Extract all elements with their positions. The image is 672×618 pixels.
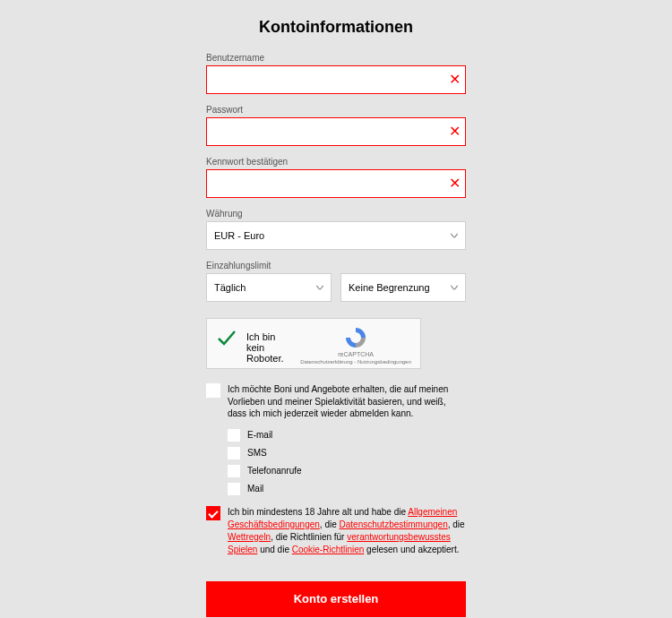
chevron-down-icon xyxy=(451,286,458,290)
confirm-password-input[interactable] xyxy=(206,169,466,198)
bonus-optin-label: Ich möchte Boni und Angebote erhalten, d… xyxy=(228,383,466,420)
mail-label: Mail xyxy=(247,484,263,494)
recaptcha-widget[interactable]: Ich bin kein Roboter. reCAPTCHA Datensch… xyxy=(206,318,421,369)
deposit-period-select[interactable]: Täglich xyxy=(206,273,332,302)
username-input[interactable] xyxy=(206,65,466,94)
confirm-password-label: Kennwort bestätigen xyxy=(206,157,466,167)
recaptcha-label: Ich bin kein Roboter. xyxy=(246,326,291,364)
currency-label: Währung xyxy=(206,209,466,219)
deposit-limit-select[interactable]: Keine Begrenzung xyxy=(340,273,466,302)
email-checkbox[interactable] xyxy=(228,429,240,442)
sms-label: SMS xyxy=(247,448,267,458)
checkmark-icon xyxy=(216,328,237,349)
cookie-policy-link[interactable]: Cookie-Richtlinien xyxy=(292,545,365,554)
page-title: Kontoinformationen xyxy=(206,18,466,37)
email-label: E-mail xyxy=(247,430,272,440)
password-label: Passwort xyxy=(206,105,466,115)
deposit-period-value: Täglich xyxy=(214,282,246,293)
password-input[interactable] xyxy=(206,117,466,146)
clear-icon[interactable]: ✕ xyxy=(449,124,461,139)
currency-select[interactable]: EUR - Euro xyxy=(206,221,466,250)
mail-checkbox[interactable] xyxy=(228,483,240,495)
chevron-down-icon xyxy=(451,234,458,238)
phone-checkbox[interactable] xyxy=(228,465,240,477)
bonus-optin-checkbox[interactable] xyxy=(206,383,220,398)
privacy-link[interactable]: Datenschutzbestimmungen xyxy=(340,519,448,529)
currency-value: EUR - Euro xyxy=(214,230,264,241)
phone-label: Telefonanrufe xyxy=(247,466,302,476)
sms-checkbox[interactable] xyxy=(228,447,240,459)
deposit-limit-label: Einzahlungslimit xyxy=(206,261,466,270)
create-account-button[interactable]: Konto erstellen xyxy=(206,581,466,617)
deposit-limit-value: Keine Begrenzung xyxy=(349,282,430,293)
terms-checkbox[interactable] xyxy=(206,506,220,520)
chevron-down-icon xyxy=(316,286,323,290)
betting-rules-link[interactable]: Wettregeln xyxy=(228,532,271,542)
clear-icon[interactable]: ✕ xyxy=(449,176,461,191)
terms-text: Ich bin mindestens 18 Jahre alt und habe… xyxy=(228,506,466,556)
recaptcha-badge: reCAPTCHA Datenschutzerklärung - Nutzung… xyxy=(300,326,411,365)
clear-icon[interactable]: ✕ xyxy=(449,73,461,87)
username-label: Benutzername xyxy=(206,53,466,63)
